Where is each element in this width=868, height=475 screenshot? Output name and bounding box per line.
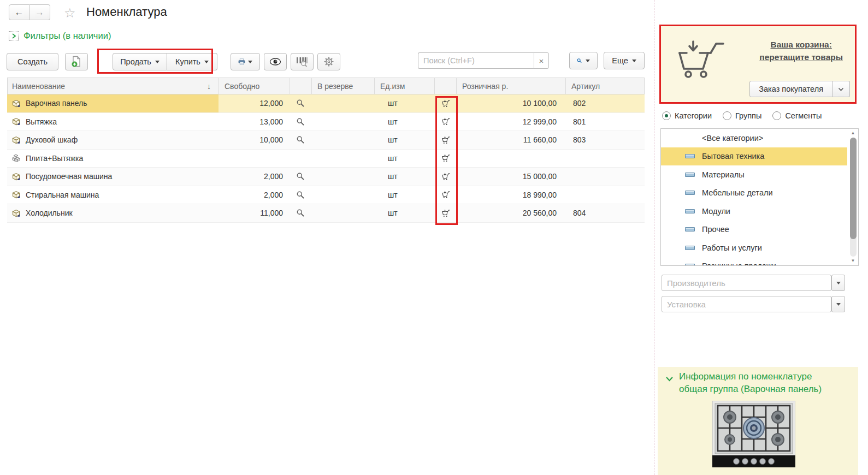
category-item[interactable]: Мебельные детали: [661, 184, 847, 203]
row-cart-icon[interactable]: [441, 190, 450, 199]
buy-button[interactable]: Купить: [167, 53, 217, 70]
unit: шт: [374, 172, 434, 181]
row-search-icon[interactable]: [296, 99, 305, 108]
category-label: <Все категории>: [702, 134, 763, 143]
installation-dropdown-button[interactable]: [831, 296, 845, 312]
free-qty: 13,000: [219, 117, 290, 126]
category-label: Прочее: [702, 225, 729, 234]
item-box-icon: [11, 209, 21, 218]
table-row[interactable]: Варочная панель 12,000 шт: [7, 94, 645, 113]
row-search-icon[interactable]: [296, 117, 305, 126]
scroll-up-icon[interactable]: ▲: [851, 130, 855, 136]
category-item[interactable]: Работы и услуги: [661, 239, 847, 257]
column-header-article[interactable]: Артикул: [566, 78, 645, 94]
table-row[interactable]: Стиральная машина 2,000 шт: [7, 186, 645, 205]
collapse-chevron-icon[interactable]: [665, 376, 674, 382]
more-button[interactable]: Еще: [604, 52, 645, 69]
category-icon: [685, 246, 695, 250]
retail-price: 18 990,00: [456, 191, 565, 199]
product-icon: [11, 117, 21, 126]
cart-icon: [675, 38, 730, 81]
table-row[interactable]: Вытяжка 13,000 шт: [7, 113, 645, 132]
category-icon: [685, 227, 695, 231]
filters-expand-icon[interactable]: [9, 31, 19, 41]
row-search-icon[interactable]: [296, 135, 305, 144]
installation-input[interactable]: [662, 296, 831, 312]
category-item[interactable]: Розничные продажи: [661, 257, 847, 266]
sort-desc-icon[interactable]: ↓: [207, 82, 211, 91]
category-item[interactable]: Модули: [661, 202, 847, 221]
eye-icon: [269, 58, 281, 66]
column-header-reserve[interactable]: В резерве: [312, 78, 375, 94]
installation-combo: [662, 296, 845, 312]
column-header-price[interactable]: Розничная р.: [457, 78, 566, 94]
row-cart-icon[interactable]: [441, 117, 450, 126]
retail-price: 12 999,00: [456, 117, 565, 126]
category-icon: [685, 264, 695, 266]
product-name: Плита+Вытяжка: [26, 154, 83, 163]
filters-link[interactable]: Фильтры (в наличии): [23, 31, 111, 41]
category-icon: [685, 173, 695, 177]
view-mode-radio[interactable]: Группы: [723, 111, 761, 120]
category-item[interactable]: Бытовая техника: [661, 147, 847, 166]
free-qty: 12,000: [219, 99, 290, 108]
create-button[interactable]: Создать: [7, 53, 58, 70]
back-button[interactable]: ←: [9, 4, 29, 20]
row-cart-icon[interactable]: [441, 209, 450, 218]
column-header-details[interactable]: [290, 78, 312, 94]
table-row[interactable]: Посудомоечная машина 2,000 шт: [7, 168, 645, 186]
search-group: ×: [418, 52, 549, 69]
view-mode-radio[interactable]: Сегменты: [772, 111, 822, 120]
category-item[interactable]: Материалы: [661, 165, 847, 184]
row-search-icon[interactable]: [296, 209, 305, 217]
scrollbar-thumb[interactable]: [850, 138, 857, 239]
row-search-icon[interactable]: [296, 172, 305, 181]
manufacturer-input[interactable]: [662, 275, 831, 291]
search-input[interactable]: [418, 52, 534, 69]
barcode-button[interactable]: [291, 53, 314, 70]
scrollbar-track[interactable]: [850, 138, 857, 257]
order-dropdown-button[interactable]: [832, 81, 850, 97]
category-scrollbar[interactable]: ▲ ▼: [849, 130, 857, 264]
row-cart-icon[interactable]: [441, 99, 450, 108]
column-header-unit[interactable]: Ед.изм: [375, 78, 435, 94]
row-cart-icon[interactable]: [441, 153, 450, 163]
row-cart-icon[interactable]: [441, 172, 450, 181]
customer-order-button[interactable]: Заказ покупателя: [749, 81, 832, 97]
table-row[interactable]: Холодильник 11,000 шт: [7, 204, 645, 223]
item-kit-icon: [11, 153, 21, 163]
find-button[interactable]: [569, 52, 598, 69]
forward-button[interactable]: →: [29, 4, 50, 20]
create-group-button[interactable]: [65, 53, 88, 70]
product-icon: [11, 99, 21, 108]
gear-icon: [323, 56, 334, 67]
category-item[interactable]: <Все категории>: [661, 129, 847, 147]
scroll-down-icon[interactable]: ▼: [851, 258, 855, 264]
favorite-star-icon[interactable]: ☆: [64, 5, 76, 21]
settings-button[interactable]: [317, 53, 340, 70]
row-search-icon[interactable]: [296, 191, 305, 199]
radio-label: Категории: [675, 111, 712, 120]
visibility-button[interactable]: [264, 53, 287, 70]
column-header-free[interactable]: Свободно: [219, 78, 290, 94]
category-icon: [685, 191, 695, 195]
sell-button[interactable]: Продать: [113, 53, 167, 70]
product-icon: [11, 153, 21, 163]
column-header-cart[interactable]: [435, 78, 457, 94]
print-button[interactable]: [231, 53, 260, 70]
caret-down-icon: [632, 60, 636, 62]
row-cart-icon[interactable]: [441, 135, 450, 145]
article: 804: [565, 209, 645, 217]
nomenclature-info-panel: Информация по номенклатуре общая группа …: [658, 367, 858, 475]
view-mode-radio[interactable]: Категории: [662, 111, 712, 120]
filters-row: Фильтры (в наличии): [9, 31, 111, 41]
table-row[interactable]: Плита+Вытяжка шт: [7, 150, 645, 168]
manufacturer-dropdown-button[interactable]: [831, 275, 845, 291]
category-label: Работы и услуги: [702, 244, 762, 252]
column-header-name[interactable]: Наименование ↓: [8, 78, 219, 94]
category-item[interactable]: Прочее: [661, 221, 847, 239]
cart-dropzone[interactable]: Ваша корзина: перетащите товары Заказ по…: [659, 25, 857, 104]
table-row[interactable]: Духовой шкаф 10,000 шт: [7, 131, 645, 150]
search-clear-icon[interactable]: ×: [534, 52, 549, 69]
unit: шт: [374, 191, 434, 199]
